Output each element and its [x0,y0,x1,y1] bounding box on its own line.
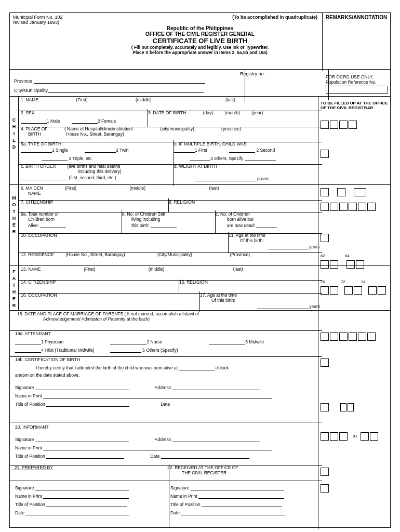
nip4: Name in Print [170,494,197,499]
field-2-sex[interactable]: 2. SEX 1 Male 2 Female [19,109,148,127]
field-21-body[interactable]: Signature Name in Print Title of Positio… [10,479,169,528]
date4: Date [170,510,180,515]
city-label: City/Municipality [14,88,48,93]
top2: Title of Position [15,454,45,459]
boxes-14-15[interactable] [321,286,388,295]
field-5b-multiple[interactable]: b. IF MULTIPLE BIRTH, CHILD WAS 1 First … [172,140,322,165]
father-content: 13. NAME (First) (middle) (last) 14. CIT… [19,265,322,310]
boxes-19b2[interactable] [321,403,388,411]
boxes-21[interactable] [321,468,388,476]
year-label: (year) [251,110,263,115]
bfirst-label: 1 First [195,148,207,153]
f-first: (First) [84,267,95,272]
place-prov: (province) [221,126,241,131]
form-no-text: Municipal Form No. 102 [13,15,63,20]
s12-1: 12. RESIDENCE [21,252,54,257]
field-5a-type[interactable]: 5a. TYPE OF BIRTH 1 Single 2 Twin 3 Trip… [19,140,174,165]
order-label3: including this delivery) [78,169,171,174]
m-middle: (middle) [129,185,145,191]
right-col-19b [318,355,390,423]
order-label4: (first, second, third, etc.) [69,175,116,180]
grams-label: grams [257,176,270,181]
field-9a[interactable]: 9a. Total number of Children born Alive: [19,210,122,234]
field-11-age[interactable]: 11. Age at the time Of this birth: years [226,232,322,253]
ocrg-label: FOR OCRG USE ONLY: [326,74,387,79]
s12-3: (City/Municipality) [157,252,192,257]
n91: 91 [353,434,357,438]
boxes-5[interactable] [321,150,388,158]
field-20-informant[interactable]: 20. INFORMANT Signature Address Name in … [10,420,322,466]
quadruplicate-note: (To be accomplished in quadruplicate) [232,15,317,20]
maiden-label: 6. MAIDEN [21,185,43,191]
f-last: (last) [233,267,243,272]
last-label: (last) [225,97,235,102]
birth-label: BIRTH [28,131,41,137]
s12-4: (Province) [230,252,250,257]
s11-2: Of this birth: [240,238,320,243]
sig3: Signature [15,485,34,490]
date1: Date [161,402,170,407]
date3: Date [15,510,24,515]
boxes-19b[interactable] [321,358,388,367]
others: 5 Others (Specify) [142,348,178,353]
header: Municipal Form No. 102 revised January 1… [10,13,390,70]
boxes-4[interactable] [321,121,388,129]
sex-label: 2. SEX [21,110,145,115]
n62: 62 [321,254,325,258]
s22-2: THE CIVIL REGISTER [182,470,320,475]
n70: 70 [321,280,325,284]
boxes-22[interactable] [321,484,388,493]
field-16-occupation[interactable]: 16. OCCUPATION [19,291,200,312]
weight-label: d. WEIGHT AT BIRTH [174,164,320,169]
s18-2: Acknowledgement/ Admission of Paternity … [43,316,320,322]
s18-1: 18. DATE AND PLACE OF MARRIAGE OF PARENT… [17,311,320,316]
field-19b-cert[interactable]: 19b. CERTIFICATION OF BIRTH I hereby cer… [10,355,322,422]
registry-no: Registry no. [237,69,329,100]
registry-row: Province City/Municipality Registry no. … [10,69,390,97]
form-number: Municipal Form No. 102 revised January 1… [13,15,63,25]
boxes-7-8[interactable] [321,203,388,211]
oclock: o'clock [215,365,229,370]
father-label: FATHER [10,265,19,310]
section-20: 20. INFORMANT Signature Address Name in … [10,420,390,464]
top1: Title of Position [15,402,45,407]
field-10-occupation[interactable]: 10. OCCUPATION [19,232,229,253]
bothers-label: 3 others, Specify [210,156,243,161]
section-19b: 19b. CERTIFICATION OF BIRTH I hereby cer… [10,355,390,420]
ocrg-box: FOR OCRG USE ONLY: Population Reference … [323,69,390,100]
father-section: FATHER 13. NAME (First) (middle) (last) … [10,265,390,311]
n74: 74 [361,280,366,284]
right-col-mother: 6264 [318,184,390,265]
field-17-age[interactable]: 17. Age at the time Of this birth: years [198,291,322,312]
date2: Date [150,454,159,459]
field-9c[interactable]: c. No. of Children born alive but are no… [214,210,322,234]
boxes-6[interactable] [321,188,388,196]
field-19a-attendant[interactable]: 19a. ATTENDANT 1 Physician2 Nurse3 Midwi… [10,329,322,357]
top3: Title of Position [15,502,45,507]
boxes-18[interactable] [321,332,388,341]
field-5d-weight[interactable]: d. WEIGHT AT BIRTH grams [172,163,322,186]
field-5c-order[interactable]: c. BIRTH ORDER (live births and fetal de… [19,163,174,186]
order-label2: (live births and fetal deaths [68,164,121,169]
s19a-label: 19a. ATTENDANT [12,330,320,337]
field-9b[interactable]: b. No. of Children Still living includin… [120,210,216,234]
s12-2: (House No., Street, Barangay) [65,252,125,257]
s21-label: 21. PREPARED BY [15,465,53,470]
s9a-1: 9a. Total number of [21,211,119,217]
boxes-10[interactable] [321,234,388,242]
child-label: CHILD [10,96,19,184]
boxes-20[interactable]: 91 [321,432,388,441]
type-label: 5a. TYPE OF BIRTH [21,141,171,147]
s9c-3: are now dead: [227,223,255,228]
field-12-residence[interactable]: 12. RESIDENCE (House No., Street, Barang… [19,251,322,267]
field-3-dob[interactable]: 3. DATE OF BIRTH (day) (month) (year) [146,109,322,127]
name-label: 1. NAME [21,97,38,102]
field-22-body[interactable]: Signature Name in Print Title of Positio… [165,479,322,528]
child-content: 1. NAME (First) (middle) (last) 2. SEX 1… [19,96,322,184]
n72: 72 [341,280,345,284]
popref-box[interactable] [326,86,388,94]
s9c-1: c. No. of Children [216,211,320,217]
field-18-marriage[interactable]: 18. DATE AND PLACE OF MARRIAGE OF PARENT… [10,310,322,331]
s17-1: 17. Age at the time [200,292,320,298]
order-label: c. BIRTH ORDER [21,164,56,169]
